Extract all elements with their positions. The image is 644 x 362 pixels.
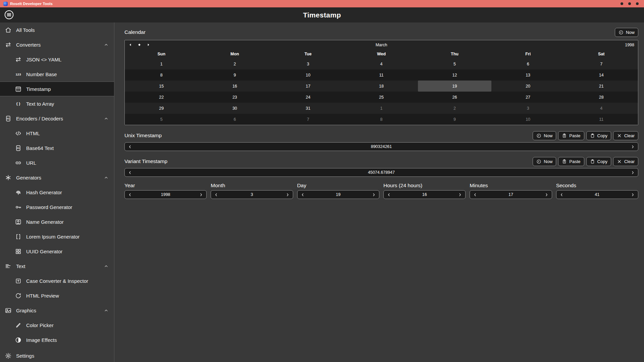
calendar-day-cell[interactable]: 28 bbox=[565, 92, 638, 103]
calendar-day-cell[interactable]: 2 bbox=[418, 103, 491, 114]
calendar-day-cell[interactable]: 25 bbox=[345, 92, 418, 103]
datetime-field-value[interactable]: 1998 bbox=[125, 192, 206, 197]
calendar-day-cell[interactable]: 11 bbox=[565, 114, 638, 125]
calendar-day-cell[interactable]: 5 bbox=[418, 58, 491, 69]
sidebar-item-hash-generator[interactable]: Hash Generator bbox=[0, 185, 114, 200]
calendar-day-cell[interactable]: 8 bbox=[125, 69, 198, 81]
datetime-field-value[interactable]: 17 bbox=[470, 192, 551, 197]
sidebar-item-label: Hash Generator bbox=[26, 190, 62, 195]
sidebar-item-url[interactable]: URL bbox=[0, 155, 114, 170]
now-button[interactable]: Now bbox=[533, 157, 556, 166]
sidebar-item-password-generator[interactable]: Password Generator bbox=[0, 200, 114, 214]
window-minimize-button[interactable] bbox=[621, 2, 623, 5]
calendar-day-cell[interactable]: 14 bbox=[565, 69, 638, 81]
calendar-day-header: Sat bbox=[565, 52, 638, 56]
asterisk-icon bbox=[5, 174, 12, 181]
brush-icon bbox=[15, 322, 22, 329]
sidebar-item-label: URL bbox=[26, 160, 36, 166]
calendar-now-button[interactable]: Now bbox=[615, 28, 638, 37]
calendar-day-cell[interactable]: 3 bbox=[491, 103, 565, 114]
calendar-day-cell[interactable]: 13 bbox=[491, 69, 565, 81]
calendar-day-cell[interactable]: 27 bbox=[491, 92, 565, 103]
sidebar-item-base64-text[interactable]: 01Base64 Text bbox=[0, 141, 114, 155]
datetime-field-value[interactable]: 16 bbox=[384, 192, 465, 197]
sidebar-item-case-converter-inspector[interactable]: Case Converter & Inspector bbox=[0, 273, 114, 288]
calendar-day-cell[interactable]: 8 bbox=[345, 114, 418, 125]
copy-button[interactable]: Copy bbox=[586, 131, 611, 140]
minutes-spinner: 17 bbox=[470, 190, 552, 199]
calendar-day-cell[interactable]: 12 bbox=[418, 69, 491, 81]
unix-timestamp-label: Unix Timestamp bbox=[124, 133, 162, 139]
calendar-day-cell[interactable]: 9 bbox=[418, 114, 491, 125]
calendar-nav: March 1998 bbox=[125, 40, 638, 49]
calendar-day-cell[interactable]: 18 bbox=[345, 81, 418, 92]
sidebar-item-encoders-decoders[interactable]: 01Encoders / Decoders bbox=[0, 111, 114, 126]
calendar-day-cell[interactable]: 20 bbox=[491, 81, 565, 92]
sidebar-item-json-yaml[interactable]: JSON <> YAML bbox=[0, 52, 114, 67]
paste-icon bbox=[562, 133, 567, 138]
datetime-field-month: Month3 bbox=[211, 183, 293, 199]
copy-button[interactable]: Copy bbox=[586, 157, 611, 166]
calendar-day-cell[interactable]: 5 bbox=[125, 114, 198, 125]
sidebar-item-color-picker[interactable]: Color Picker bbox=[0, 318, 114, 332]
calendar-day-cell[interactable]: 1 bbox=[345, 103, 418, 114]
calendar-day-cell[interactable]: 29 bbox=[125, 103, 198, 114]
calendar-day-cell[interactable]: 22 bbox=[125, 92, 198, 103]
window-maximize-button[interactable] bbox=[628, 2, 631, 5]
calendar-day-cell[interactable]: 23 bbox=[198, 92, 272, 103]
calendar-day-cell[interactable]: 11 bbox=[345, 69, 418, 81]
unix-timestamp-value[interactable]: 890324261 bbox=[125, 144, 638, 149]
calendar-day-cell[interactable]: 21 bbox=[565, 81, 638, 92]
window-close-button[interactable] bbox=[636, 2, 639, 5]
sidebar-item-graphics[interactable]: Graphics bbox=[0, 303, 114, 318]
calendar-day-cell[interactable]: 24 bbox=[271, 92, 345, 103]
hamburger-menu-button[interactable] bbox=[4, 9, 14, 20]
variant-timestamp-value[interactable]: 45074.678947 bbox=[125, 170, 638, 175]
calendar-day-cell-selected[interactable]: 19 bbox=[418, 81, 491, 92]
sidebar-item-lorem-ipsum-generator[interactable]: Lorem Ipsum Generator bbox=[0, 229, 114, 244]
calendar-day-cell[interactable]: 31 bbox=[271, 103, 345, 114]
calendar-day-cell[interactable]: 4 bbox=[345, 58, 418, 69]
calendar-day-cell[interactable]: 10 bbox=[491, 114, 565, 125]
calendar-day-cell[interactable]: 30 bbox=[198, 103, 272, 114]
calendar-day-cell[interactable]: 10 bbox=[271, 69, 345, 81]
calendar-day-cell[interactable]: 1 bbox=[125, 58, 198, 69]
calendar-icon bbox=[15, 86, 22, 93]
calendar-day-cell[interactable]: 2 bbox=[198, 58, 272, 69]
datetime-field-value[interactable]: 41 bbox=[556, 192, 638, 197]
paste-button[interactable]: Paste bbox=[558, 157, 584, 166]
sidebar-item-all-tools[interactable]: All Tools bbox=[0, 22, 114, 37]
sidebar-item-uuid-generator[interactable]: UUID Generator bbox=[0, 244, 114, 259]
sidebar-item-html-preview[interactable]: HTML Preview bbox=[0, 288, 114, 303]
calendar-day-cell[interactable]: 15 bbox=[125, 81, 198, 92]
sidebar-item-image-effects[interactable]: Image Effects bbox=[0, 332, 114, 347]
calendar-day-cell[interactable]: 7 bbox=[565, 58, 638, 69]
sidebar-item-settings[interactable]: Settings bbox=[0, 347, 114, 362]
datetime-field-value[interactable]: 3 bbox=[211, 192, 292, 197]
datetime-field-minutes: Minutes17 bbox=[470, 183, 552, 199]
sidebar-item-name-generator[interactable]: Name Generator bbox=[0, 214, 114, 229]
sidebar-item-generators[interactable]: Generators bbox=[0, 170, 114, 185]
calendar-day-cell[interactable]: 17 bbox=[271, 81, 345, 92]
sidebar-item-text[interactable]: Text bbox=[0, 259, 114, 273]
calendar-day-cell[interactable]: 3 bbox=[271, 58, 345, 69]
sidebar-item-timestamp[interactable]: Timestamp bbox=[0, 82, 114, 96]
sidebar-item-text-to-array[interactable]: { }Text to Array bbox=[0, 96, 114, 111]
calendar-day-cell[interactable]: 7 bbox=[271, 114, 345, 125]
calendar-day-cell[interactable]: 26 bbox=[418, 92, 491, 103]
calendar-day-cell[interactable]: 6 bbox=[491, 58, 565, 69]
paste-button[interactable]: Paste bbox=[558, 131, 584, 140]
calendar-month-label: March bbox=[125, 43, 638, 47]
now-button[interactable]: Now bbox=[533, 131, 556, 140]
calendar-day-cell[interactable]: 16 bbox=[198, 81, 272, 92]
sidebar-item-html[interactable]: HTML bbox=[0, 126, 114, 141]
sidebar-item-converters[interactable]: Converters bbox=[0, 37, 114, 52]
chevron-up-icon bbox=[104, 308, 109, 313]
clear-button[interactable]: Clear bbox=[613, 157, 638, 166]
clear-button[interactable]: Clear bbox=[613, 131, 638, 140]
calendar-day-cell[interactable]: 6 bbox=[198, 114, 272, 125]
calendar-day-cell[interactable]: 4 bbox=[565, 103, 638, 114]
datetime-field-value[interactable]: 19 bbox=[298, 192, 379, 197]
sidebar-item-number-base[interactable]: 123Number Base bbox=[0, 67, 114, 82]
calendar-day-cell[interactable]: 9 bbox=[198, 69, 272, 81]
